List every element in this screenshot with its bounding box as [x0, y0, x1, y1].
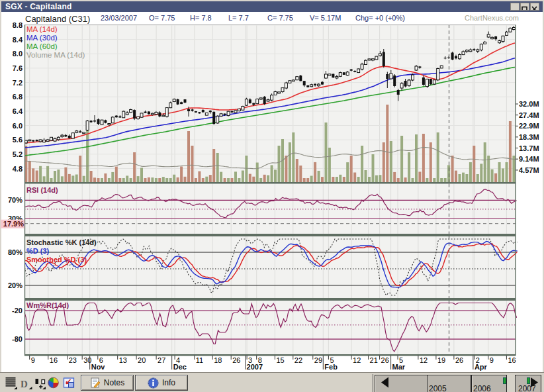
- svg-text:Dec: Dec: [173, 363, 187, 371]
- svg-text:23: 23: [69, 356, 77, 364]
- svg-text:26: 26: [381, 356, 389, 364]
- svg-text:22: 22: [295, 356, 302, 364]
- svg-text:5.2: 5.2: [13, 150, 23, 158]
- svg-text:6.8: 6.8: [13, 93, 23, 101]
- svg-text:12: 12: [420, 356, 428, 364]
- svg-text:MA (30d): MA (30d): [26, 34, 58, 42]
- svg-text:8.8: 8.8: [13, 21, 23, 29]
- svg-text:19: 19: [437, 356, 445, 364]
- svg-text:16: 16: [50, 356, 58, 364]
- svg-text:RSI (14d): RSI (14d): [26, 186, 58, 194]
- svg-text:16: 16: [508, 356, 516, 364]
- svg-text:Apr: Apr: [475, 363, 488, 371]
- svg-text:Stochastic %K (14d): Stochastic %K (14d): [26, 238, 97, 246]
- svg-text:70%: 70%: [8, 196, 23, 204]
- svg-text:20%: 20%: [8, 281, 23, 289]
- svg-text:6.0: 6.0: [13, 122, 23, 130]
- svg-text:32.0M: 32.0M: [519, 100, 539, 108]
- svg-text:8.4: 8.4: [13, 36, 23, 44]
- svg-text:Smoothed %D (3): Smoothed %D (3): [26, 256, 87, 264]
- svg-text:7.2: 7.2: [13, 79, 23, 87]
- svg-text:Nov: Nov: [91, 363, 106, 371]
- svg-text:MA (60d): MA (60d): [26, 42, 58, 50]
- svg-text:7.6: 7.6: [13, 64, 23, 72]
- svg-text:4.57M: 4.57M: [519, 166, 539, 174]
- svg-text:27: 27: [158, 356, 165, 364]
- svg-text:30: 30: [83, 356, 91, 364]
- svg-text:13.7M: 13.7M: [519, 144, 539, 152]
- svg-text:11: 11: [196, 356, 203, 364]
- svg-text:4.8: 4.8: [13, 165, 23, 173]
- svg-text:Feb: Feb: [324, 363, 338, 371]
- svg-text:26: 26: [232, 356, 240, 364]
- svg-text:%D (3): %D (3): [26, 247, 50, 255]
- svg-text:Mar: Mar: [392, 363, 406, 371]
- svg-text:8.0: 8.0: [13, 50, 23, 58]
- svg-text:2007: 2007: [247, 363, 263, 371]
- svg-text:Wm%R(14d): Wm%R(14d): [26, 301, 69, 309]
- svg-text:18.3M: 18.3M: [519, 133, 539, 141]
- svg-text:Volume MA (14d): Volume MA (14d): [26, 51, 85, 59]
- svg-text:21: 21: [370, 356, 378, 364]
- svg-text:13: 13: [119, 356, 127, 364]
- svg-text:26: 26: [455, 356, 463, 364]
- svg-text:12: 12: [353, 356, 361, 364]
- svg-text:17.9%: 17.9%: [3, 220, 24, 228]
- svg-text:6.4: 6.4: [13, 107, 23, 115]
- svg-text:22.9M: 22.9M: [519, 122, 539, 130]
- svg-text:-20: -20: [12, 307, 23, 315]
- svg-text:20: 20: [138, 356, 146, 364]
- svg-text:80%: 80%: [8, 248, 23, 256]
- svg-text:9.14M: 9.14M: [519, 155, 539, 163]
- svg-text:-80: -80: [12, 335, 23, 343]
- svg-text:18: 18: [214, 356, 222, 364]
- svg-text:D: D: [21, 379, 28, 389]
- svg-text:27.4M: 27.4M: [519, 111, 539, 119]
- svg-text:MA (14d): MA (14d): [26, 25, 58, 33]
- svg-text:15: 15: [276, 356, 284, 364]
- svg-text:29: 29: [314, 356, 322, 364]
- svg-text:9: 9: [31, 356, 35, 364]
- svg-text:5.6: 5.6: [13, 136, 23, 144]
- svg-text:9: 9: [490, 356, 494, 364]
